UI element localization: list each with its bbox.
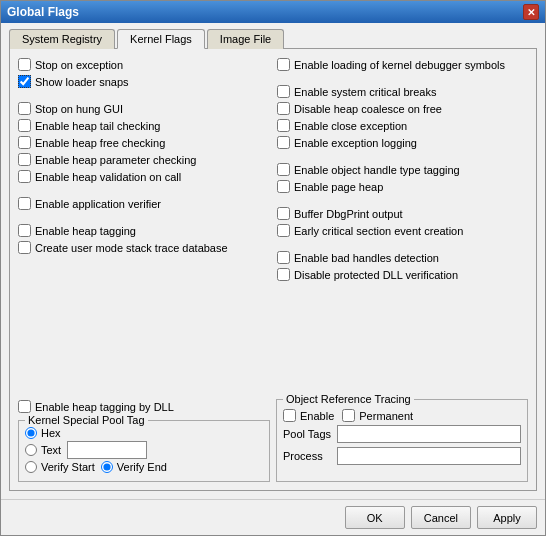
prot-dll-label: Disable protected DLL verification bbox=[294, 269, 458, 281]
main-columns: Stop on exception Show loader snaps Stop… bbox=[18, 57, 528, 395]
app-verifier-checkbox[interactable] bbox=[18, 197, 31, 210]
tab-kernel-flags[interactable]: Kernel Flags bbox=[117, 29, 205, 49]
heap-tag-label: Enable heap tagging bbox=[35, 225, 136, 237]
heap-valid-label: Enable heap validation on call bbox=[35, 171, 181, 183]
cb-row-early-crit: Early critical section event creation bbox=[277, 223, 528, 238]
load-kernel-checkbox[interactable] bbox=[277, 58, 290, 71]
cb-row-stop-hung: Stop on hung GUI bbox=[18, 101, 269, 116]
verify-end-label: Verify End bbox=[117, 461, 167, 473]
window-title: Global Flags bbox=[7, 5, 79, 19]
process-row: Process bbox=[283, 445, 521, 467]
cb-row-heap-tail: Enable heap tail checking bbox=[18, 118, 269, 133]
cb-row-close-exc: Enable close exception bbox=[277, 118, 528, 133]
obj-handle-checkbox[interactable] bbox=[277, 163, 290, 176]
cb-row-heap-free: Enable heap free checking bbox=[18, 135, 269, 150]
text-radio[interactable] bbox=[25, 444, 37, 456]
kernel-pool-title: Kernel Special Pool Tag bbox=[25, 414, 148, 426]
cancel-button[interactable]: Cancel bbox=[411, 506, 471, 529]
heap-coal-label: Disable heap coalesce on free bbox=[294, 103, 442, 115]
window: Global Flags ✕ System Registry Kernel Fl… bbox=[0, 0, 546, 536]
enable-checkbox[interactable] bbox=[283, 409, 296, 422]
cb-row-exc-log: Enable exception logging bbox=[277, 135, 528, 150]
process-label: Process bbox=[283, 450, 333, 462]
pool-tag-text-input[interactable] bbox=[67, 441, 147, 459]
page-heap-checkbox[interactable] bbox=[277, 180, 290, 193]
show-loader-checkbox[interactable] bbox=[18, 75, 31, 88]
tab-image-file[interactable]: Image File bbox=[207, 29, 284, 49]
left-column: Stop on exception Show loader snaps Stop… bbox=[18, 57, 269, 395]
cb-row-heap-coal: Disable heap coalesce on free bbox=[277, 101, 528, 116]
page-heap-label: Enable page heap bbox=[294, 181, 383, 193]
dialog-content: System Registry Kernel Flags Image File … bbox=[1, 23, 545, 499]
heap-tag-checkbox[interactable] bbox=[18, 224, 31, 237]
permanent-checkbox-row: Permanent bbox=[342, 408, 413, 423]
obj-ref-group: Object Reference Tracing Enable Permanen… bbox=[276, 399, 528, 482]
heap-dll-label: Enable heap tagging by DLL bbox=[35, 401, 174, 413]
cb-row-stop-exception: Stop on exception bbox=[18, 57, 269, 72]
heap-coal-checkbox[interactable] bbox=[277, 102, 290, 115]
stop-hung-label: Stop on hung GUI bbox=[35, 103, 123, 115]
permanent-label: Permanent bbox=[359, 410, 413, 422]
pool-tags-input[interactable] bbox=[337, 425, 521, 443]
process-input[interactable] bbox=[337, 447, 521, 465]
radio-text-row: Text bbox=[25, 442, 61, 458]
tab-system-registry[interactable]: System Registry bbox=[9, 29, 115, 49]
exc-log-checkbox[interactable] bbox=[277, 136, 290, 149]
cb-row-heap-valid: Enable heap validation on call bbox=[18, 169, 269, 184]
heap-valid-checkbox[interactable] bbox=[18, 170, 31, 183]
close-button[interactable]: ✕ bbox=[523, 4, 539, 20]
cb-row-app-verif: Enable application verifier bbox=[18, 196, 269, 211]
text-label: Text bbox=[41, 444, 61, 456]
heap-param-label: Enable heap parameter checking bbox=[35, 154, 196, 166]
heap-tail-label: Enable heap tail checking bbox=[35, 120, 160, 132]
heap-free-checkbox[interactable] bbox=[18, 136, 31, 149]
sys-crit-checkbox[interactable] bbox=[277, 85, 290, 98]
bottom-section: Enable heap tagging by DLL Kernel Specia… bbox=[18, 399, 528, 482]
cb-row-page-heap: Enable page heap bbox=[277, 179, 528, 194]
cb-row-obj-handle: Enable object handle type tagging bbox=[277, 162, 528, 177]
verify-end-radio[interactable] bbox=[101, 461, 113, 473]
bad-handles-checkbox[interactable] bbox=[277, 251, 290, 264]
dbgprint-checkbox[interactable] bbox=[277, 207, 290, 220]
bottom-left: Enable heap tagging by DLL Kernel Specia… bbox=[18, 399, 270, 482]
cb-row-load-kernel: Enable loading of kernel debugger symbol… bbox=[277, 57, 528, 72]
right-column: Enable loading of kernel debugger symbol… bbox=[277, 57, 528, 395]
obj-handle-label: Enable object handle type tagging bbox=[294, 164, 460, 176]
stop-exception-checkbox[interactable] bbox=[18, 58, 31, 71]
radio-verify-end-row: Verify End bbox=[101, 459, 167, 475]
enable-checkbox-row: Enable bbox=[283, 408, 334, 423]
permanent-checkbox[interactable] bbox=[342, 409, 355, 422]
verify-start-label: Verify Start bbox=[41, 461, 95, 473]
load-kernel-label: Enable loading of kernel debugger symbol… bbox=[294, 59, 505, 71]
bottom-right: Object Reference Tracing Enable Permanen… bbox=[276, 399, 528, 482]
cb-row-show-loader: Show loader snaps bbox=[18, 74, 269, 89]
cb-row-dbgprint: Buffer DbgPrint output bbox=[277, 206, 528, 221]
ok-button[interactable]: OK bbox=[345, 506, 405, 529]
stop-hung-checkbox[interactable] bbox=[18, 102, 31, 115]
pool-tags-row: Pool Tags bbox=[283, 423, 521, 445]
heap-param-checkbox[interactable] bbox=[18, 153, 31, 166]
bad-handles-label: Enable bad handles detection bbox=[294, 252, 439, 264]
verify-start-radio[interactable] bbox=[25, 461, 37, 473]
heap-tail-checkbox[interactable] bbox=[18, 119, 31, 132]
obj-ref-title: Object Reference Tracing bbox=[283, 393, 414, 405]
pool-tags-label: Pool Tags bbox=[283, 428, 333, 440]
early-crit-checkbox[interactable] bbox=[277, 224, 290, 237]
tab-bar: System Registry Kernel Flags Image File bbox=[9, 29, 537, 49]
stack-trace-label: Create user mode stack trace database bbox=[35, 242, 228, 254]
radio-hex-row: Hex bbox=[25, 425, 61, 441]
heap-dll-checkbox[interactable] bbox=[18, 400, 31, 413]
cb-row-heap-tag: Enable heap tagging bbox=[18, 223, 269, 238]
exc-log-label: Enable exception logging bbox=[294, 137, 417, 149]
cb-row-heap-dll: Enable heap tagging by DLL bbox=[18, 399, 270, 414]
cb-row-bad-handles: Enable bad handles detection bbox=[277, 250, 528, 265]
hex-radio[interactable] bbox=[25, 427, 37, 439]
close-exc-checkbox[interactable] bbox=[277, 119, 290, 132]
prot-dll-checkbox[interactable] bbox=[277, 268, 290, 281]
enable-label: Enable bbox=[300, 410, 334, 422]
stack-trace-checkbox[interactable] bbox=[18, 241, 31, 254]
kernel-flags-panel: Stop on exception Show loader snaps Stop… bbox=[9, 48, 537, 491]
kernel-pool-group: Kernel Special Pool Tag Hex Text bbox=[18, 420, 270, 482]
apply-button[interactable]: Apply bbox=[477, 506, 537, 529]
stop-exception-label: Stop on exception bbox=[35, 59, 123, 71]
